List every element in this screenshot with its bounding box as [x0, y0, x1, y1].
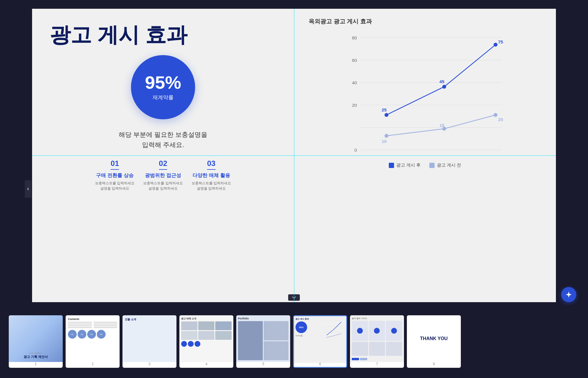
feature-desc2-2: 설명을 입력하세요	[148, 186, 177, 191]
circle-label: 재계약률	[153, 94, 174, 101]
svg-point-13	[494, 43, 497, 47]
svg-text:20: 20	[352, 103, 357, 108]
thumbnail-4[interactable]: 광고 매체 소개	[179, 315, 233, 368]
feature-desc2-3: 설명을 입력하세요	[197, 186, 226, 191]
circle-percent: 95%	[145, 74, 181, 92]
thumbnail-6[interactable]: 광고 게시 효과 95% 재계약률	[293, 315, 347, 368]
svg-text:0: 0	[354, 147, 357, 152]
feature-title-2: 광범위한 접근성	[145, 172, 181, 179]
desc-line2: 입력해 주세요.	[142, 141, 184, 148]
svg-text:25: 25	[382, 107, 387, 112]
feature-num-3: 03	[207, 159, 216, 170]
thumb-wrapper-1: SITE COMPANY 광고 기획 제안서 1	[9, 315, 63, 368]
thumb-wrapper-4: 광고 매체 소개 4	[179, 315, 233, 368]
thumb-label-8: 8	[433, 362, 435, 366]
legend-after: 광고 게시 후	[389, 162, 421, 168]
feature-item-1: 01 구매 전환률 상승 보충텍스트를 입력하세요 설명을 입력하세요	[95, 159, 134, 191]
thumb-label-7: 7	[376, 362, 378, 366]
chart-area: 80 60 40 20 0 25 45 75	[309, 31, 541, 160]
feature-num-2: 02	[159, 159, 167, 170]
legend-dot-after	[389, 163, 394, 168]
thumbnail-8[interactable]: THANK YOU	[407, 315, 461, 368]
desc-line1: 해당 부분에 필요한 보충설명을	[119, 131, 207, 138]
feature-item-2: 02 광범위한 접근성 보충텍스트를 입력하세요 설명을 입력하세요	[143, 159, 183, 191]
thumb-wrapper-5: Portfolio 5	[236, 315, 290, 368]
thumb-label-4: 4	[205, 362, 207, 366]
thumb-wrapper-8: THANK YOU 8	[407, 315, 461, 368]
legend-before: 광고 게시 전	[429, 162, 461, 168]
svg-marker-23	[27, 188, 29, 190]
svg-text:45: 45	[440, 79, 445, 84]
desc-text: 해당 부분에 필요한 보충설명을 입력해 주세요.	[119, 130, 207, 150]
svg-point-11	[384, 113, 388, 117]
feature-desc1-1: 보충텍스트를 입력하세요	[95, 181, 134, 186]
chart-legend: 광고 게시 후 광고 게시 전	[309, 162, 541, 168]
feature-title-3: 다양한 매체 활용	[192, 172, 230, 179]
svg-text:25: 25	[498, 117, 503, 122]
thumbnail-1[interactable]: SITE COMPANY 광고 기획 제안서	[9, 315, 63, 368]
thumbnail-7[interactable]: 설치 절차 가이드	[350, 315, 404, 368]
svg-text:80: 80	[352, 35, 357, 40]
thumb-label-1: 1	[35, 362, 37, 366]
legend-dot-before	[429, 163, 435, 168]
svg-text:75: 75	[498, 39, 503, 44]
thumb-wrapper-2: Contents	[66, 315, 120, 368]
line-chart-svg: 80 60 40 20 0 25 45 75	[309, 31, 541, 160]
slide-left-panel: 광고 게시 효과 95% 재계약률 해당 부분에 필요한 보충설명을 입력해 주…	[32, 9, 294, 302]
svg-text:15: 15	[440, 123, 445, 128]
thumbnail-3[interactable]: 건물 소개	[123, 315, 176, 368]
ai-sparkle-button[interactable]	[561, 287, 576, 302]
svg-text:60: 60	[352, 58, 357, 63]
thumb-label-6: 6	[319, 362, 321, 366]
thumb-wrapper-6: 광고 게시 효과 95% 재계약률	[293, 315, 347, 368]
chart-title: 옥외광고 광고 게시 효과	[309, 18, 541, 25]
legend-after-label: 광고 게시 후	[396, 162, 421, 168]
svg-point-17	[384, 134, 388, 138]
main-slide: 광고 게시 효과 95% 재계약률 해당 부분에 필요한 보충설명을 입력해 주…	[32, 9, 556, 302]
thumb-label-3: 3	[148, 362, 150, 366]
features-row: 01 구매 전환률 상승 보충텍스트를 입력하세요 설명을 입력하세요 02 광…	[50, 159, 276, 191]
thumb-wrapper-3: 건물 소개 3	[123, 315, 176, 368]
slide-right-panel: 옥외광고 광고 게시 효과 80 60 40 20 0	[294, 9, 556, 302]
svg-point-19	[494, 113, 497, 117]
legend-before-label: 광고 게시 전	[437, 162, 461, 168]
svg-text:10: 10	[382, 139, 387, 144]
collapse-button[interactable]	[288, 294, 300, 301]
feature-title-1: 구매 전환률 상승	[96, 172, 133, 179]
svg-text:40: 40	[352, 80, 357, 85]
slide-title: 광고 게시 효과	[50, 23, 187, 46]
feature-num-1: 01	[111, 159, 119, 170]
thumb-label-2: 2	[92, 362, 94, 366]
thumb-wrapper-7: 설치 절차 가이드 7	[350, 315, 404, 368]
thumbnail-2[interactable]: Contents	[66, 315, 120, 368]
thumb-label-5: 5	[262, 362, 264, 366]
feature-desc2-1: 설명을 입력하세요	[100, 186, 129, 191]
side-panel-toggle[interactable]	[25, 180, 31, 198]
feature-desc1-3: 보충텍스트를 입력하세요	[192, 181, 231, 186]
thumbnail-strip: SITE COMPANY 광고 기획 제안서 1 Contents	[0, 305, 588, 378]
svg-point-12	[442, 85, 446, 89]
feature-desc1-2: 보충텍스트를 입력하세요	[143, 181, 183, 186]
thumbnail-5[interactable]: Portfolio	[236, 315, 290, 368]
percentage-circle: 95% 재계약률	[131, 55, 195, 119]
feature-item-3: 03 다양한 매체 활용 보충텍스트를 입력하세요 설명을 입력하세요	[192, 159, 231, 191]
